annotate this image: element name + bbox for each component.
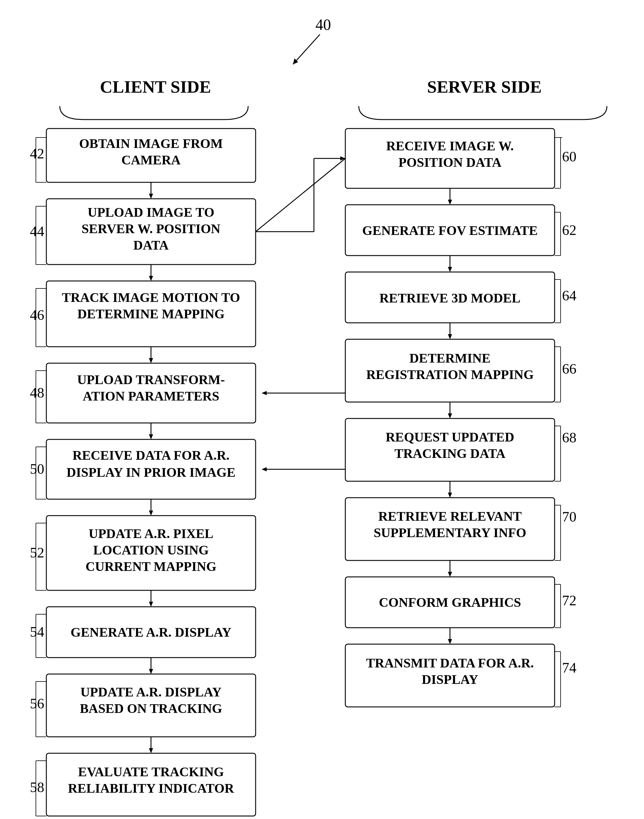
- ref-46: 46: [30, 307, 44, 323]
- box-70-text-2: SUPPLEMENTARY INFO: [374, 525, 526, 540]
- svg-marker-30: [149, 511, 153, 516]
- box-56-text-1: UPDATE A.R. DISPLAY: [80, 685, 222, 700]
- box-74-text-1: TRANSMIT DATA FOR A.R.: [366, 656, 534, 671]
- ref-48: 48: [30, 385, 44, 401]
- svg-marker-23: [149, 434, 153, 439]
- ref-52: 52: [30, 545, 44, 560]
- client-header: CLIENT SIDE: [100, 77, 211, 96]
- ref-58: 58: [30, 779, 44, 795]
- box-54-text-1: GENERATE A.R. DISPLAY: [71, 625, 232, 640]
- box-58-text-1: EVALUATE TRACKING: [78, 765, 224, 779]
- svg-marker-28: [262, 467, 267, 471]
- box-52-text-2: LOCATION USING: [93, 543, 209, 557]
- box-42-text-2: CAMERA: [121, 153, 181, 167]
- box-60-text-1: RECEIVE IMAGE W.: [386, 139, 514, 153]
- box-44-text-3: DATA: [133, 238, 169, 253]
- box-60-text-2: POSITION DATA: [399, 155, 502, 170]
- ref-42: 42: [30, 145, 44, 161]
- server-header: SERVER SIDE: [427, 77, 541, 96]
- svg-marker-16: [149, 358, 153, 363]
- ref-68: 68: [562, 430, 577, 445]
- ref-54: 54: [30, 624, 44, 640]
- box-46-text-1: TRACK IMAGE MOTION TO: [62, 290, 240, 305]
- svg-marker-79: [448, 572, 452, 577]
- box-48-text-2: ATION PARAMETERS: [83, 389, 219, 404]
- svg-marker-74: [448, 493, 452, 498]
- svg-marker-69: [448, 413, 452, 418]
- svg-marker-59: [448, 267, 452, 272]
- box-68-text-2: TRACKING DATA: [394, 446, 505, 461]
- svg-line-52: [256, 158, 345, 232]
- box-58-text-2: RELIABILITY INDICATOR: [68, 781, 235, 796]
- box-44-text-1: UPLOAD IMAGE TO: [87, 205, 215, 220]
- ref-66: 66: [562, 361, 577, 377]
- ref-40-label: 40: [316, 16, 331, 33]
- svg-marker-91: [340, 156, 345, 161]
- box-56-text-2: BASED ON TRACKING: [80, 701, 222, 716]
- box-74-text-2: DISPLAY: [422, 672, 478, 687]
- ref-70: 70: [562, 509, 577, 525]
- box-46-text-2: DETERMINE MAPPING: [77, 307, 225, 321]
- diagram-svg: 40 CLIENT SIDE SERVER SIDE OBTAIN IMAGE …: [0, 0, 644, 819]
- svg-marker-35: [149, 602, 153, 607]
- ref-64: 64: [562, 288, 577, 303]
- box-42-text-1: OBTAIN IMAGE FROM: [79, 136, 223, 151]
- box-62-text-1: GENERATE FOV ESTIMATE: [362, 223, 538, 238]
- svg-marker-45: [149, 748, 153, 753]
- ref-56: 56: [30, 695, 44, 711]
- svg-marker-64: [448, 334, 452, 339]
- svg-marker-84: [448, 639, 452, 644]
- box-64-text-1: RETRIEVE 3D MODEL: [379, 291, 521, 306]
- ref-72: 72: [562, 592, 577, 608]
- svg-marker-11: [149, 276, 153, 281]
- ref-44: 44: [30, 223, 44, 239]
- box-52-text-3: CURRENT MAPPING: [86, 559, 216, 574]
- svg-marker-21: [262, 391, 267, 395]
- svg-marker-6: [149, 194, 153, 199]
- box-66-text-1: DETERMINE: [409, 351, 490, 366]
- box-44-text-2: SERVER W. POSITION: [81, 222, 221, 236]
- ref-62: 62: [562, 222, 577, 238]
- box-68-text-1: REQUEST UPDATED: [386, 430, 514, 444]
- box-52-text-1: UPDATE A.R. PIXEL: [89, 527, 213, 541]
- svg-line-0: [293, 34, 320, 64]
- ref-74: 74: [562, 660, 577, 675]
- ref-60: 60: [562, 148, 577, 164]
- diagram-container: 40 CLIENT SIDE SERVER SIDE OBTAIN IMAGE …: [0, 0, 644, 819]
- box-72-text-1: CONFORM GRAPHICS: [379, 595, 521, 610]
- svg-marker-40: [149, 669, 153, 674]
- box-50-text-1: RECEIVE DATA FOR A.R.: [72, 448, 229, 463]
- box-70-text-1: RETRIEVE RELEVANT: [378, 509, 522, 524]
- box-66-text-2: REGISTRATION MAPPING: [366, 367, 534, 382]
- ref-50: 50: [30, 461, 44, 477]
- box-48-text-1: UPLOAD TRANSFORM-: [77, 372, 225, 387]
- box-50-text-2: DISPLAY IN PRIOR IMAGE: [66, 465, 235, 480]
- svg-marker-54: [448, 200, 452, 205]
